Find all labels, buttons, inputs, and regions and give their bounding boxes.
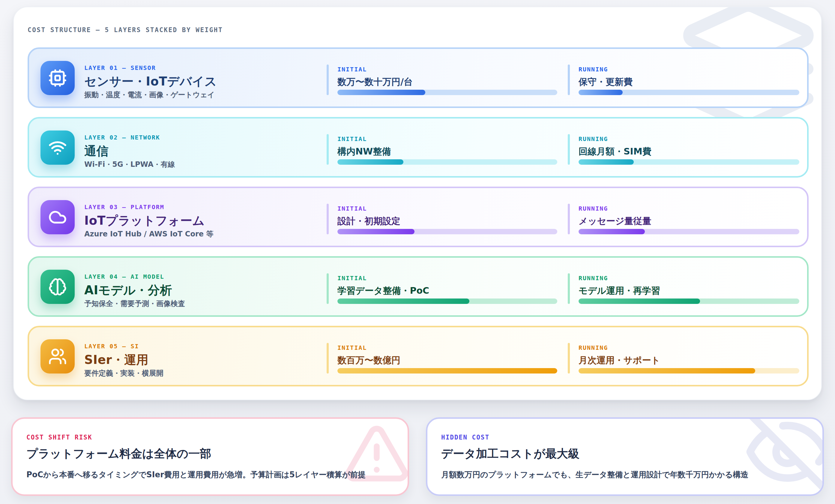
layer-subtitle: 予知保全・需要予測・画像検査 [84,300,185,307]
progress-fill [338,368,557,374]
layer-heading: LAYER 02 — NETWORK 通信 Wi-Fi・5G・LPWA・有線 [84,134,175,168]
initial-label: INITIAL [338,135,367,142]
layer-card-si: LAYER 05 — SI SIer・運用 要件定義・実装・横展開 INITIA… [27,326,809,386]
progress-track [338,229,557,234]
callout-title: プラットフォーム料金は全体の一部 [26,448,211,460]
cost-structure-card: COST STRUCTURE — 5 LAYERS STACKED BY WEI… [13,6,822,400]
column-divider [568,343,570,374]
cloud-icon [40,200,75,234]
column-divider [327,273,329,304]
initial-column: INITIAL 学習データ整備・PoC [327,258,559,315]
progress-track [338,368,557,374]
running-column: RUNNING メッセージ量従量 [568,188,802,246]
layer-title: IoTプラットフォーム [84,214,213,227]
progress-track [338,299,557,304]
initial-label: INITIAL [338,66,367,73]
column-divider [327,204,329,234]
running-value: 保守・更新費 [578,76,633,88]
progress-track [578,299,799,304]
users-icon [40,339,75,374]
running-label: RUNNING [578,275,608,282]
column-divider [568,134,570,165]
layer-heading: LAYER 03 — PLATFORM IoTプラットフォーム Azure Io… [84,204,213,238]
layer-title: 通信 [84,144,175,158]
progress-fill [578,299,700,304]
layer-title: AIモデル・分析 [84,283,185,297]
running-value: 月次運用・サポート [578,354,660,367]
initial-label: INITIAL [338,205,367,212]
layer-label: LAYER 02 — NETWORK [84,134,175,141]
chip-icon [40,61,75,95]
layer-label: LAYER 04 — AI MODEL [84,273,185,280]
callout-body: 月額数万円のプラットフォームでも、生データ整備と運用設計で年数千万円かかる構造 [441,470,798,480]
column-divider [327,343,329,374]
initial-column: INITIAL 数万〜数十万円/台 [327,49,559,106]
progress-track [338,90,557,95]
column-divider [327,64,329,95]
initial-value: 数万〜数十万円/台 [338,76,413,88]
progress-track [578,368,799,374]
progress-fill [338,90,425,95]
running-label: RUNNING [578,205,608,212]
column-divider [568,64,570,95]
column-divider [568,204,570,234]
layer-card-platform: LAYER 03 — PLATFORM IoTプラットフォーム Azure Io… [27,187,809,247]
progress-fill [578,159,634,165]
layer-subtitle: 振動・温度・電流・画像・ゲートウェイ [84,91,217,99]
page-title: COST STRUCTURE — 5 LAYERS STACKED BY WEI… [27,26,223,34]
layer-subtitle: 要件定義・実装・横展開 [84,369,163,377]
layer-label: LAYER 01 — SENSOR [84,64,217,71]
wifi-icon [40,130,75,165]
layer-card-network: LAYER 02 — NETWORK 通信 Wi-Fi・5G・LPWA・有線 I… [27,117,809,178]
running-value: モデル運用・再学習 [578,285,660,297]
cost-shift-risk-card: COST SHIFT RISK プラットフォーム料金は全体の一部 PoCから本番… [11,417,409,496]
running-column: RUNNING 保守・更新費 [568,49,802,106]
running-column: RUNNING モデル運用・再学習 [568,258,802,315]
brain-icon [40,270,75,304]
running-column: RUNNING 回線月額・SIM費 [568,119,802,176]
progress-track [578,90,799,95]
initial-label: INITIAL [338,344,367,351]
progress-track [578,159,799,165]
layer-heading: LAYER 01 — SENSOR センサー・IoTデバイス 振動・温度・電流・… [84,64,217,99]
layer-title: SIer・運用 [84,353,163,366]
running-label: RUNNING [578,66,608,73]
callout-label: HIDDEN COST [441,434,489,441]
hidden-cost-card: HIDDEN COST データ加工コストが最大級 月額数万円のプラットフォームで… [426,417,824,496]
callout-body: PoCから本番へ移るタイミングでSIer費用と運用費用が急増。予算計画は5レイヤ… [26,470,384,480]
layer-label: LAYER 03 — PLATFORM [84,204,213,210]
progress-fill [338,229,414,234]
running-value: メッセージ量従量 [578,215,651,227]
layer-title: センサー・IoTデバイス [84,75,217,88]
callout-label: COST SHIFT RISK [26,434,93,441]
column-divider [327,134,329,165]
layer-card-sensor: LAYER 01 — SENSOR センサー・IoTデバイス 振動・温度・電流・… [27,47,809,108]
progress-fill [338,299,469,304]
cost-structure-infographic: COST STRUCTURE — 5 LAYERS STACKED BY WEI… [0,0,835,504]
column-divider [568,273,570,304]
running-column: RUNNING 月次運用・サポート [568,327,802,385]
layer-subtitle: Azure IoT Hub / AWS IoT Core 等 [84,230,213,238]
progress-fill [578,229,645,234]
initial-value: 数百万〜数億円 [338,354,401,367]
progress-track [338,159,557,165]
initial-label: INITIAL [338,275,367,282]
running-value: 回線月額・SIM費 [578,145,651,158]
eye-off-icon [742,417,824,496]
layer-heading: LAYER 04 — AI MODEL AIモデル・分析 予知保全・需要予測・画… [84,273,185,307]
layer-card-ai-model: LAYER 04 — AI MODEL AIモデル・分析 予知保全・需要予測・画… [27,256,809,317]
progress-fill [338,159,403,165]
initial-value: 構内NW整備 [338,145,391,158]
initial-value: 学習データ整備・PoC [338,285,429,297]
layer-label: LAYER 05 — SI [84,343,163,349]
initial-column: INITIAL 構内NW整備 [327,119,559,176]
progress-fill [578,90,623,95]
callout-title: データ加工コストが最大級 [441,448,579,460]
initial-column: INITIAL 数百万〜数億円 [327,327,559,385]
progress-fill [578,368,755,374]
layer-heading: LAYER 05 — SI SIer・運用 要件定義・実装・横展開 [84,343,163,377]
running-label: RUNNING [578,135,608,142]
layer-subtitle: Wi-Fi・5G・LPWA・有線 [84,161,175,168]
running-label: RUNNING [578,344,608,351]
initial-column: INITIAL 設計・初期設定 [327,188,559,246]
